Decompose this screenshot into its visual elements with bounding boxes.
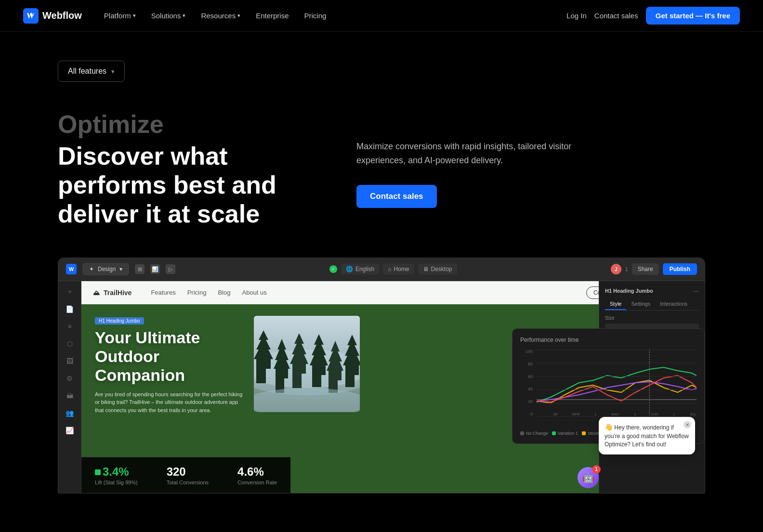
nav-enterprise[interactable]: Enterprise — [249, 8, 295, 24]
nav-right: Log In Contact sales Get started — It's … — [566, 7, 740, 25]
trailhive-logo: ⛰ TrailHive — [93, 289, 132, 297]
stat-rate-value: 4.6% — [237, 465, 277, 479]
chart-y-axis: 100 80 60 40 20 0 — [520, 349, 535, 416]
panel-title: Performance over time — [520, 337, 697, 343]
style-panel-element-label: H1 Heading Jumbo — [605, 288, 653, 294]
chart-plot: 30 APR 1 MAY 1 JUN 1 JUL — [537, 349, 697, 416]
desktop-icon: 🖥 — [423, 266, 429, 272]
stat-lift-value: 3.4% — [95, 465, 138, 479]
style-panel-tabs: Style Settings Interactions — [605, 298, 699, 311]
globe-icon: 🌐 — [346, 266, 353, 272]
layers-icon[interactable]: ≡ — [65, 322, 75, 331]
style-tab-style[interactable]: Style — [605, 298, 626, 310]
chevron-icon: ▾ — [183, 13, 185, 19]
style-panel-header: H1 Heading Jumbo ··· — [605, 287, 699, 295]
nav-resources[interactable]: Resources ▾ — [194, 8, 247, 24]
home-selector[interactable]: ⌂ Home — [383, 264, 414, 274]
login-link[interactable]: Log In — [566, 12, 587, 20]
chat-text: 👋 Hey there, wondering if you're a good … — [605, 423, 689, 448]
browser-window: W ✦ Design ▾ ⊞ 📊 ▷ ✓ 🌐 English — [58, 258, 705, 493]
publish-button[interactable]: Publish — [663, 263, 697, 275]
webflow-logo-icon — [23, 8, 39, 24]
main-nav: Webflow Platform ▾ Solutions ▾ Resources… — [0, 0, 763, 32]
chat-badge: 1 — [592, 465, 601, 474]
svg-point-4 — [254, 388, 360, 412]
chevron-icon: ▾ — [133, 13, 136, 19]
chart-x-labels: 30 APR 1 MAY 1 JUN 1 JUL — [553, 412, 697, 416]
components-icon[interactable]: ⬡ — [65, 339, 75, 349]
nav-solutions[interactable]: Solutions ▾ — [145, 8, 193, 24]
browser-toolbar: W ✦ Design ▾ ⊞ 📊 ▷ ✓ 🌐 English — [58, 258, 705, 281]
stat-green-indicator — [95, 469, 101, 475]
desktop-selector[interactable]: 🖥 Desktop — [418, 264, 457, 274]
logo[interactable]: Webflow — [23, 8, 82, 24]
add-icon[interactable]: ＋ — [65, 287, 75, 297]
chat-bubble: ✕ 👋 Hey there, wondering if you're a goo… — [599, 417, 695, 454]
trailhive-subtext: Are you tired of spending hours searchin… — [95, 390, 244, 415]
style-size-label: Size — [605, 315, 699, 321]
style-panel-more-icon[interactable]: ··· — [693, 287, 699, 295]
hero-description: Maximize conversions with rapid insights… — [356, 140, 597, 168]
user-avatar: J — [611, 264, 621, 274]
english-selector[interactable]: 🌐 English — [341, 264, 379, 274]
check-icon: ✓ — [329, 265, 337, 273]
nav-pricing[interactable]: Pricing — [298, 8, 333, 24]
users-icon[interactable]: 👥 — [65, 408, 75, 418]
stat-conversions-label: Total Conversions — [167, 480, 209, 485]
chevron-down-icon: ▾ — [111, 68, 115, 75]
webflow-editor-logo: W — [66, 264, 77, 274]
chat-close-button[interactable]: ✕ — [684, 421, 691, 428]
hero-content: Optimize Discover what performs best and… — [58, 111, 705, 229]
chevron-icon: ▾ — [119, 266, 122, 272]
all-features-dropdown[interactable]: All features ▾ — [58, 61, 125, 82]
chat-avatar-wrap[interactable]: 🤖 1 — [578, 467, 599, 488]
heading-badge: H1 Heading Jumbo — [95, 317, 144, 324]
stat-rate: 4.6% Conversion Rate — [237, 465, 277, 485]
trailhive-nav-links: Features Pricing Blog About us — [151, 289, 567, 296]
mountain-icon: ⛰ — [93, 289, 100, 297]
hero-section: All features ▾ Optimize Discover what pe… — [0, 32, 763, 493]
forest-svg — [254, 316, 360, 412]
trailhive-hero-text: H1 Heading Jumbo Your Ultimate Outdoor C… — [95, 316, 244, 415]
browser-content: ⛰ TrailHive Features Pricing Blog About … — [81, 281, 705, 493]
contact-sales-link[interactable]: Contact sales — [594, 12, 638, 20]
trailhive-forest-image — [254, 316, 360, 412]
stat-conversions-value: 320 — [167, 465, 209, 479]
design-tab[interactable]: ✦ Design ▾ — [82, 263, 129, 275]
wave-emoji: 👋 — [605, 423, 613, 431]
home-icon: ⌂ — [388, 266, 391, 272]
chart-icon[interactable]: 📊 — [150, 264, 160, 274]
settings-icon[interactable]: ⚙ — [65, 374, 75, 383]
stat-rate-label: Conversion Rate — [237, 480, 277, 485]
image-icon[interactable]: 🏔 — [65, 391, 75, 401]
nav-platform[interactable]: Platform ▾ — [97, 8, 143, 24]
get-started-button[interactable]: Get started — It's free — [646, 7, 740, 25]
pages-icon[interactable]: 📄 — [65, 304, 75, 314]
hero-right: Maximize conversions with rapid insights… — [356, 111, 705, 208]
style-tab-settings[interactable]: Settings — [626, 298, 655, 310]
hero-left: Optimize Discover what performs best and… — [58, 111, 318, 229]
chevron-icon: ▾ — [237, 13, 240, 19]
performance-chart-svg — [537, 349, 697, 416]
play-icon[interactable]: ▷ — [166, 264, 175, 274]
design-tab-icon: ✦ — [89, 266, 94, 272]
stat-conversions: 320 Total Conversions — [167, 465, 209, 485]
nav-links: Platform ▾ Solutions ▾ Resources ▾ Enter… — [97, 8, 566, 24]
assets-icon[interactable]: 🖼 — [65, 356, 75, 366]
toolbar-right: J 1 Share Publish — [611, 263, 697, 275]
hero-subtitle: Optimize — [58, 111, 318, 138]
stats-bar: 3.4% Lift (Stat Sig 99%) 320 Total Conve… — [81, 457, 290, 493]
preview-icon[interactable]: ⊞ — [135, 264, 145, 274]
logo-text: Webflow — [42, 10, 82, 21]
toolbar-center: ✓ 🌐 English ⌂ Home 🖥 Desktop — [329, 264, 457, 274]
share-button[interactable]: Share — [632, 263, 659, 275]
contact-sales-button[interactable]: Contact sales — [356, 185, 437, 208]
editor-sidebar: ＋ 📄 ≡ ⬡ 🖼 ⚙ 🏔 👥 📈 — [58, 281, 81, 493]
analytics-icon[interactable]: 📈 — [65, 426, 75, 435]
stat-lift-label: Lift (Stat Sig 99%) — [95, 480, 138, 485]
style-tab-interactions[interactable]: Interactions — [655, 298, 692, 310]
stat-lift: 3.4% Lift (Stat Sig 99%) — [95, 465, 138, 485]
hero-title: Discover what performs best and deliver … — [58, 142, 318, 228]
trailhive-heading: Your Ultimate Outdoor Companion — [95, 328, 244, 385]
browser-mockup: W ✦ Design ▾ ⊞ 📊 ▷ ✓ 🌐 English — [58, 258, 705, 493]
